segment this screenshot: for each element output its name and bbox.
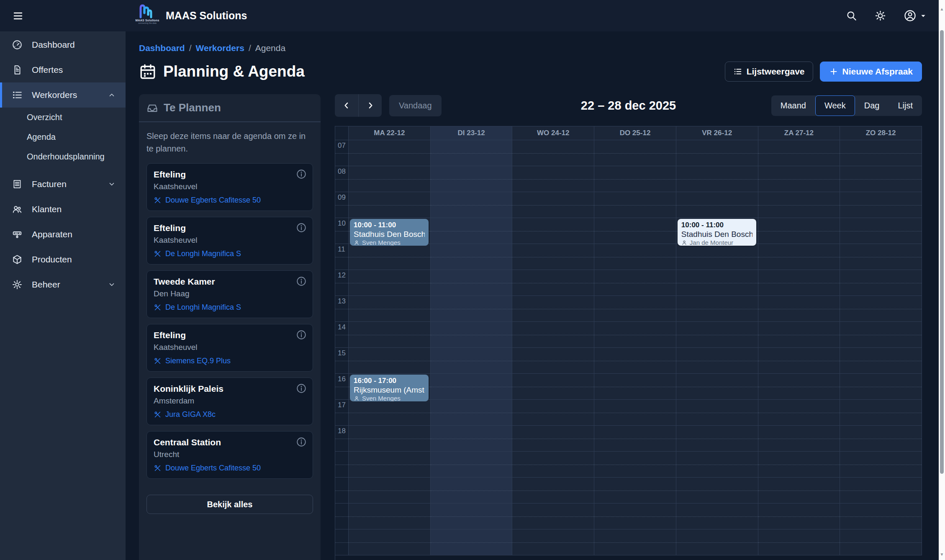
page-scrollbar[interactable]: ▲ ▼ xyxy=(939,0,945,560)
calendar-event[interactable]: 16:00 - 17:00Rijksmuseum (Amste...Sven M… xyxy=(350,375,429,401)
calendar-slot[interactable] xyxy=(594,452,676,478)
calendar-slot[interactable] xyxy=(349,503,431,529)
calendar-slot[interactable] xyxy=(594,218,676,244)
calendar-slot[interactable] xyxy=(512,478,594,503)
sidebar-subitem-agenda[interactable]: Agenda xyxy=(0,127,126,147)
calendar-slot[interactable] xyxy=(594,426,676,452)
calendar-slot[interactable] xyxy=(512,452,594,478)
calendar-slot[interactable] xyxy=(594,166,676,192)
calendar-slot[interactable] xyxy=(512,426,594,452)
calendar-slot[interactable] xyxy=(431,322,513,348)
calendar-slot[interactable] xyxy=(512,218,594,244)
today-button[interactable]: Vandaag xyxy=(389,95,442,116)
sidebar-item-apparaten[interactable]: Apparaten xyxy=(0,222,126,247)
day-header-za-27-12[interactable]: ZA 27-12 xyxy=(758,126,840,140)
card-device-link[interactable]: De Longhi Magnifica S xyxy=(154,249,306,258)
calendar-slot[interactable] xyxy=(594,503,676,529)
calendar-slot[interactable] xyxy=(594,244,676,270)
scrollbar-thumb[interactable] xyxy=(940,30,944,474)
calendar-slot[interactable] xyxy=(676,452,758,478)
info-icon[interactable] xyxy=(296,169,307,180)
calendar-slot[interactable] xyxy=(840,296,922,322)
calendar-slot[interactable] xyxy=(758,426,840,452)
calendar-slot[interactable] xyxy=(349,244,431,270)
prev-week-button[interactable] xyxy=(335,94,358,117)
calendar-slot[interactable] xyxy=(594,296,676,322)
calendar-slot[interactable] xyxy=(676,400,758,426)
calendar-slot[interactable] xyxy=(431,348,513,374)
list-view-button[interactable]: Lijstweergave xyxy=(725,62,813,82)
info-icon[interactable] xyxy=(296,222,307,233)
calendar-slot[interactable] xyxy=(758,348,840,374)
theme-toggle-sun-icon[interactable] xyxy=(875,10,886,21)
calendar-slot[interactable] xyxy=(758,192,840,218)
day-header-vr-26-12[interactable]: VR 26-12 xyxy=(676,126,758,140)
calendar-event[interactable]: 10:00 - 11:00Stadhuis Den Bosch (...Jan … xyxy=(678,219,756,246)
calendar-slot[interactable] xyxy=(758,400,840,426)
search-icon[interactable] xyxy=(846,10,857,21)
calendar-slot[interactable] xyxy=(594,270,676,296)
unplanned-card[interactable]: Tweede KamerDen HaagDe Longhi Magnifica … xyxy=(146,270,313,318)
calendar-slot[interactable] xyxy=(840,478,922,503)
calendar-slot[interactable] xyxy=(349,426,431,452)
view-button-dag[interactable]: Dag xyxy=(855,95,889,116)
calendar-slot[interactable] xyxy=(758,452,840,478)
calendar-slot[interactable] xyxy=(594,322,676,348)
calendar-slot[interactable] xyxy=(512,348,594,374)
calendar-slot[interactable] xyxy=(758,218,840,244)
sidebar-item-dashboard[interactable]: Dashboard xyxy=(0,32,126,57)
day-header-wo-24-12[interactable]: WO 24-12 xyxy=(512,126,594,140)
calendar-slot[interactable] xyxy=(758,503,840,529)
calendar-slot[interactable] xyxy=(349,348,431,374)
calendar-slot[interactable] xyxy=(840,140,922,166)
calendar-slot[interactable] xyxy=(431,503,513,529)
sidebar-item-offertes[interactable]: Offertes xyxy=(0,57,126,82)
unplanned-card[interactable]: Koninklijk PaleisAmsterdamJura GIGA X8c xyxy=(146,378,313,425)
calendar-slot[interactable] xyxy=(594,529,676,555)
calendar-slot[interactable] xyxy=(840,529,922,555)
calendar-slot[interactable] xyxy=(676,503,758,529)
card-device-link[interactable]: Douwe Egberts Cafitesse 50 xyxy=(154,464,306,473)
view-button-maand[interactable]: Maand xyxy=(771,95,815,116)
calendar-slot[interactable] xyxy=(758,374,840,400)
breadcrumb-link-dashboard[interactable]: Dashboard xyxy=(139,43,185,53)
calendar-slot[interactable] xyxy=(840,218,922,244)
calendar-slot[interactable] xyxy=(594,478,676,503)
calendar-slot[interactable] xyxy=(431,400,513,426)
calendar-slot[interactable] xyxy=(594,348,676,374)
calendar-slot[interactable] xyxy=(676,244,758,270)
calendar-slot[interactable] xyxy=(512,400,594,426)
day-header-do-25-12[interactable]: DO 25-12 xyxy=(594,126,676,140)
calendar-slot[interactable] xyxy=(512,374,594,400)
calendar-slot[interactable] xyxy=(512,529,594,555)
calendar-slot[interactable] xyxy=(840,400,922,426)
calendar-slot[interactable] xyxy=(431,426,513,452)
calendar-slot[interactable] xyxy=(512,503,594,529)
calendar-slot[interactable] xyxy=(840,503,922,529)
card-device-link[interactable]: Douwe Egberts Cafitesse 50 xyxy=(154,196,306,205)
view-all-button[interactable]: Bekijk alles xyxy=(146,495,313,514)
calendar-slot[interactable] xyxy=(840,244,922,270)
calendar-slot[interactable] xyxy=(594,192,676,218)
scrollbar-down-arrow[interactable]: ▼ xyxy=(939,551,945,557)
calendar-slot[interactable] xyxy=(676,296,758,322)
sidebar-item-klanten[interactable]: Klanten xyxy=(0,197,126,222)
calendar-slot[interactable] xyxy=(594,140,676,166)
calendar-slot[interactable] xyxy=(512,166,594,192)
view-button-week[interactable]: Week xyxy=(815,95,855,116)
calendar-slot[interactable] xyxy=(512,140,594,166)
calendar-slot[interactable] xyxy=(431,374,513,400)
calendar-slot[interactable] xyxy=(349,296,431,322)
day-header-ma-22-12[interactable]: MA 22-12 xyxy=(349,126,431,140)
calendar-slot[interactable] xyxy=(840,348,922,374)
calendar-slot[interactable] xyxy=(840,452,922,478)
unplanned-card[interactable]: EftelingKaatsheuvelDe Longhi Magnifica S xyxy=(146,217,313,265)
calendar-slot[interactable] xyxy=(758,166,840,192)
calendar-slot[interactable] xyxy=(758,529,840,555)
calendar-slot[interactable] xyxy=(676,140,758,166)
calendar-slot[interactable] xyxy=(512,244,594,270)
calendar-slot[interactable] xyxy=(676,166,758,192)
calendar-slot[interactable] xyxy=(758,322,840,348)
calendar-slot[interactable] xyxy=(431,296,513,322)
calendar-slot[interactable] xyxy=(840,322,922,348)
